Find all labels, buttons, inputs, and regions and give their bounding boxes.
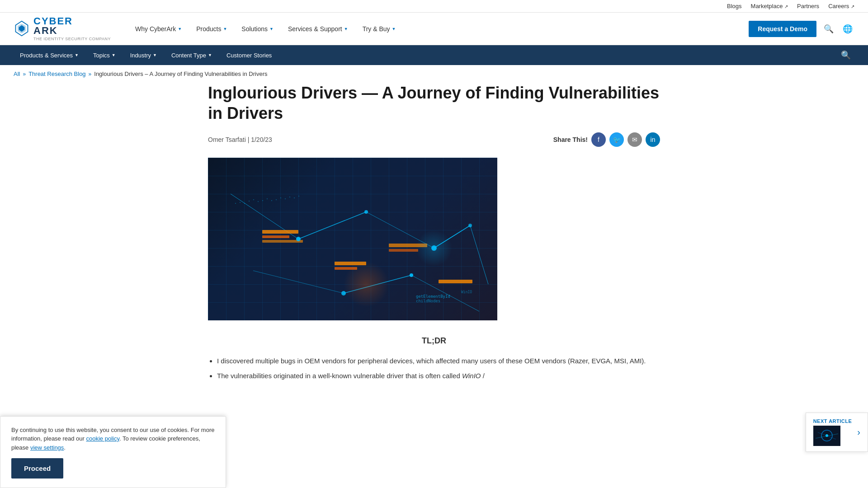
logo-tagline: The Identity Security Company <box>33 37 111 42</box>
list-item: The vulnerabilities originated in a well… <box>217 370 660 382</box>
language-button[interactable]: 🌐 <box>841 22 854 36</box>
dropdown-caret: ▼ <box>344 27 348 31</box>
svg-rect-12 <box>262 230 298 234</box>
svg-rect-29 <box>240 202 241 203</box>
svg-rect-18 <box>389 249 418 252</box>
svg-line-9 <box>253 271 344 293</box>
breadcrumb-current: Inglourious Drivers – A Journey of Findi… <box>94 70 267 77</box>
svg-rect-41 <box>294 197 295 198</box>
share-label: Share This! <box>553 136 588 143</box>
breadcrumb-separator: » <box>23 71 26 77</box>
request-demo-button[interactable]: Request a Demo <box>749 21 816 37</box>
globe-icon: 🌐 <box>843 24 853 33</box>
external-icon: ↗ <box>784 4 788 9</box>
cyberark-logo-icon <box>14 20 30 37</box>
article-author: Omer Tsarfati <box>208 136 246 143</box>
article-date: 1/20/23 <box>251 136 272 143</box>
search-icon-white: 🔍 <box>841 51 851 60</box>
main-navigation: CYBER ARK The Identity Security Company … <box>0 13 868 45</box>
nav-services-support[interactable]: Services & Support ▼ <box>282 13 354 45</box>
svg-point-26 <box>416 230 452 266</box>
article-hero-image: getElementById childNodes WinIO <box>208 158 497 320</box>
breadcrumb-separator-2: » <box>89 71 92 77</box>
marketplace-link[interactable]: Marketplace ↗ <box>751 3 788 9</box>
svg-line-8 <box>470 225 488 284</box>
svg-rect-35 <box>267 198 268 199</box>
nav-why-cyberark[interactable]: Why CyberArk ▼ <box>129 13 188 45</box>
share-email-button[interactable]: ✉ <box>627 132 642 147</box>
dropdown-caret: ▼ <box>153 53 157 57</box>
svg-rect-28 <box>235 203 236 204</box>
blogs-link[interactable]: Blogs <box>727 3 742 9</box>
sec-nav-products-services[interactable]: Products & Services ▼ <box>14 45 85 65</box>
cyber-visualization: getElementById childNodes WinIO <box>208 158 497 320</box>
share-facebook-button[interactable]: f <box>591 132 606 147</box>
svg-text:childNodes: childNodes <box>416 299 440 303</box>
svg-rect-33 <box>258 201 259 202</box>
linkedin-icon: in <box>651 136 656 143</box>
secondary-search-button[interactable]: 🔍 <box>837 48 854 62</box>
dropdown-caret: ▼ <box>208 53 212 57</box>
share-area: Share This! f 🐦 ✉ in <box>553 132 660 147</box>
svg-point-25 <box>410 273 413 277</box>
svg-rect-40 <box>289 197 290 197</box>
facebook-icon: f <box>598 136 599 143</box>
list-item: I discovered multiple bugs in OEM vendor… <box>217 355 660 367</box>
careers-link[interactable]: Careers ↗ <box>828 3 854 9</box>
nav-try-buy[interactable]: Try & Buy ▼ <box>356 13 402 45</box>
secondary-navigation: Products & Services ▼ Topics ▼ Industry … <box>0 45 868 65</box>
article-author-date: Omer Tsarfati | 1/20/23 <box>208 136 272 143</box>
dropdown-caret: ▼ <box>392 27 396 31</box>
svg-rect-37 <box>276 199 277 200</box>
sec-nav-content-type[interactable]: Content Type ▼ <box>165 45 218 65</box>
article-bullet-list: I discovered multiple bugs in OEM vendor… <box>208 355 660 382</box>
sec-nav-topics[interactable]: Topics ▼ <box>87 45 122 65</box>
secondary-nav-items: Products & Services ▼ Topics ▼ Industry … <box>14 45 837 65</box>
article-content: TL;DR I discovered multiple bugs in OEM … <box>208 334 660 382</box>
share-twitter-button[interactable]: 🐦 <box>609 132 624 147</box>
search-icon: 🔍 <box>824 24 834 33</box>
dropdown-caret: ▼ <box>75 53 79 57</box>
svg-rect-13 <box>262 235 289 238</box>
svg-rect-30 <box>244 203 245 204</box>
nav-products[interactable]: Products ▼ <box>190 13 233 45</box>
dropdown-caret: ▼ <box>112 53 116 57</box>
article-container: Inglourious Drivers — A Journey of Findi… <box>194 83 674 404</box>
tldr-heading: TL;DR <box>208 334 660 348</box>
svg-point-20 <box>296 237 301 241</box>
svg-line-5 <box>298 212 366 239</box>
svg-rect-38 <box>280 197 281 198</box>
main-nav-items: Why CyberArk ▼ Products ▼ Solutions ▼ Se… <box>129 13 749 45</box>
svg-rect-19 <box>439 280 472 283</box>
sec-nav-customer-stories[interactable]: Customer Stories <box>220 45 278 65</box>
top-utility-bar: Blogs Marketplace ↗ Partners Careers ↗ <box>0 0 868 13</box>
logo[interactable]: CYBER ARK The Identity Security Company <box>14 16 111 41</box>
share-linkedin-button[interactable]: in <box>646 132 660 147</box>
email-icon: ✉ <box>632 136 637 143</box>
svg-text:WinIO: WinIO <box>461 290 472 294</box>
partners-link[interactable]: Partners <box>797 3 819 9</box>
breadcrumb-section-link[interactable]: Threat Research Blog <box>28 70 85 77</box>
svg-rect-34 <box>262 200 263 201</box>
svg-point-23 <box>468 224 472 227</box>
dropdown-caret: ▼ <box>269 27 274 31</box>
dropdown-caret: ▼ <box>223 27 227 31</box>
svg-rect-36 <box>271 200 272 201</box>
nav-solutions[interactable]: Solutions ▼ <box>235 13 280 45</box>
search-button[interactable]: 🔍 <box>822 22 835 36</box>
external-icon-careers: ↗ <box>851 4 854 9</box>
svg-rect-39 <box>285 198 286 199</box>
article-meta: Omer Tsarfati | 1/20/23 Share This! f 🐦 … <box>208 132 660 147</box>
svg-rect-32 <box>253 199 254 200</box>
svg-text:getElementById: getElementById <box>416 294 450 299</box>
svg-point-21 <box>364 210 368 214</box>
svg-rect-31 <box>249 201 250 202</box>
article-title: Inglourious Drivers — A Journey of Findi… <box>208 83 660 123</box>
sec-nav-industry[interactable]: Industry ▼ <box>124 45 163 65</box>
svg-rect-42 <box>298 196 299 197</box>
nav-actions: Request a Demo 🔍 🌐 <box>749 21 854 37</box>
breadcrumb-all-link[interactable]: All <box>14 70 20 77</box>
svg-point-27 <box>344 262 389 307</box>
breadcrumb: All » Threat Research Blog » Inglourious… <box>0 65 868 83</box>
twitter-icon: 🐦 <box>613 136 621 143</box>
